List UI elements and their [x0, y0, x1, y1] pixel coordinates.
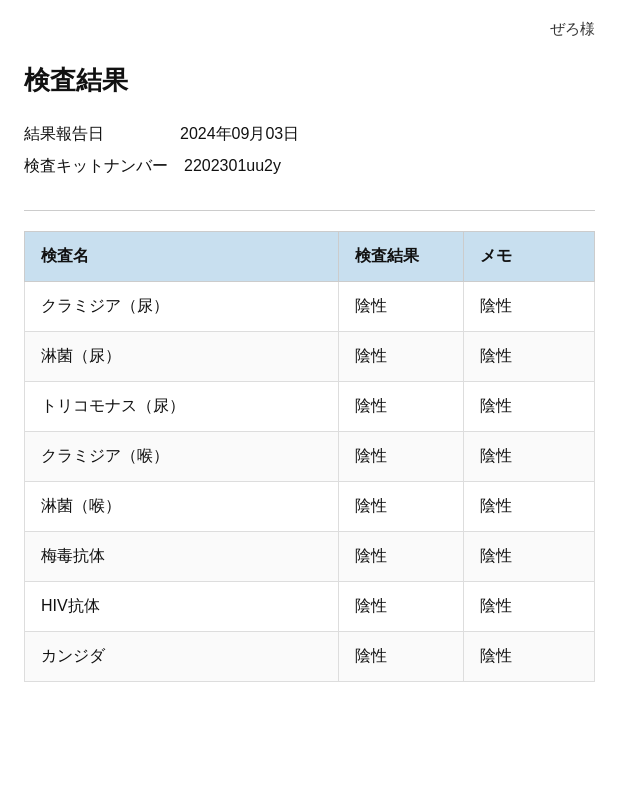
cell-test-result: 陰性 [338, 282, 463, 332]
table-row: カンジダ陰性陰性 [25, 632, 595, 682]
cell-test-result: 陰性 [338, 382, 463, 432]
header-memo: メモ [463, 232, 594, 282]
section-divider [24, 210, 595, 211]
user-greeting: ぜろ様 [24, 20, 595, 39]
cell-test-memo: 陰性 [463, 432, 594, 482]
report-date-value: 2024年09月03日 [180, 118, 299, 150]
kit-number-label: 検査キットナンバー [24, 150, 168, 182]
cell-test-memo: 陰性 [463, 482, 594, 532]
cell-test-name: トリコモナス（尿） [25, 382, 339, 432]
table-row: クラミジア（喉）陰性陰性 [25, 432, 595, 482]
cell-test-name: クラミジア（喉） [25, 432, 339, 482]
header-result: 検査結果 [338, 232, 463, 282]
report-date-row: 結果報告日 2024年09月03日 [24, 118, 595, 150]
cell-test-result: 陰性 [338, 432, 463, 482]
report-date-label: 結果報告日 [24, 118, 164, 150]
table-row: クラミジア（尿）陰性陰性 [25, 282, 595, 332]
table-row: 梅毒抗体陰性陰性 [25, 532, 595, 582]
cell-test-result: 陰性 [338, 332, 463, 382]
page-title: 検査結果 [24, 63, 595, 98]
table-row: HIV抗体陰性陰性 [25, 582, 595, 632]
cell-test-memo: 陰性 [463, 382, 594, 432]
cell-test-result: 陰性 [338, 482, 463, 532]
cell-test-name: クラミジア（尿） [25, 282, 339, 332]
kit-number-value: 2202301uu2y [184, 150, 281, 182]
cell-test-memo: 陰性 [463, 632, 594, 682]
cell-test-name: 梅毒抗体 [25, 532, 339, 582]
cell-test-name: カンジダ [25, 632, 339, 682]
cell-test-name: 淋菌（尿） [25, 332, 339, 382]
table-row: 淋菌（喉）陰性陰性 [25, 482, 595, 532]
table-row: トリコモナス（尿）陰性陰性 [25, 382, 595, 432]
cell-test-memo: 陰性 [463, 282, 594, 332]
table-row: 淋菌（尿）陰性陰性 [25, 332, 595, 382]
cell-test-result: 陰性 [338, 582, 463, 632]
cell-test-memo: 陰性 [463, 582, 594, 632]
kit-number-row: 検査キットナンバー 2202301uu2y [24, 150, 595, 182]
header-name: 検査名 [25, 232, 339, 282]
results-table: 検査名 検査結果 メモ クラミジア（尿）陰性陰性淋菌（尿）陰性陰性トリコモナス（… [24, 231, 595, 682]
meta-section: 結果報告日 2024年09月03日 検査キットナンバー 2202301uu2y [24, 118, 595, 182]
cell-test-memo: 陰性 [463, 332, 594, 382]
cell-test-name: 淋菌（喉） [25, 482, 339, 532]
table-header-row: 検査名 検査結果 メモ [25, 232, 595, 282]
cell-test-memo: 陰性 [463, 532, 594, 582]
cell-test-name: HIV抗体 [25, 582, 339, 632]
cell-test-result: 陰性 [338, 632, 463, 682]
cell-test-result: 陰性 [338, 532, 463, 582]
